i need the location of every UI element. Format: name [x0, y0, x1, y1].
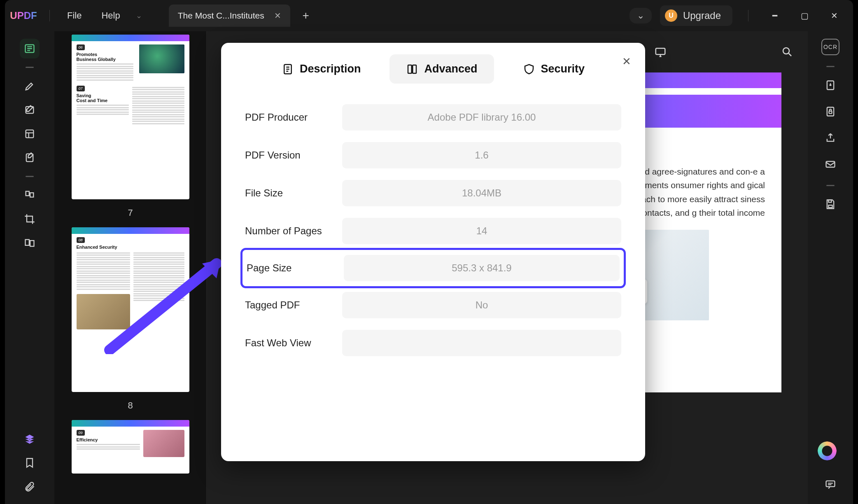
section-title: Saving Cost and Time [77, 93, 129, 103]
section-badge: 09 [77, 430, 85, 436]
prop-label: Number of Pages [245, 225, 331, 237]
search-icon[interactable] [778, 43, 796, 61]
window-maximize-button[interactable]: ▢ [794, 7, 815, 24]
row-number-of-pages: Number of Pages 14 [242, 212, 624, 250]
tool-bookmarks[interactable] [20, 453, 40, 473]
thumbnail-panel[interactable]: 06 Promotes Business Globally 07 Saving … [54, 31, 207, 504]
svg-rect-5 [30, 193, 33, 197]
separator [26, 67, 34, 68]
ocr-button[interactable]: OCR [821, 39, 839, 55]
avatar: U [665, 9, 677, 22]
tool-edit-text[interactable] [20, 100, 40, 120]
properties-list: PDF Producer Adobe PDF library 16.00 PDF… [233, 98, 633, 362]
app-window: UPDF File Help ⌄ The Most C...Institutes… [5, 0, 853, 504]
section-badge: 08 [77, 237, 85, 243]
tool-reader[interactable] [20, 39, 40, 58]
section-badge: 07 [77, 86, 85, 91]
prop-label: Tagged PDF [245, 299, 331, 311]
row-page-size: Page Size 595.3 x 841.9 [242, 250, 624, 286]
row-pdf-version: PDF Version 1.6 [242, 136, 624, 174]
tool-highlighter[interactable] [20, 76, 40, 96]
left-tool-rail [5, 31, 54, 504]
prop-label: File Size [245, 187, 331, 199]
tab-strip: The Most C...Institutes ✕ + [169, 5, 313, 27]
titlebar-right: ⌄ U Upgrade ━ ▢ ✕ [630, 5, 849, 26]
prop-label: Page Size [247, 262, 333, 274]
svg-point-9 [783, 48, 789, 54]
page-thumbnail-7[interactable]: 06 Promotes Business Globally 07 Saving … [72, 35, 189, 199]
page-thumbnail-9[interactable]: 09 Efficiency [72, 420, 189, 474]
prop-value: 14 [342, 218, 621, 244]
window-minimize-button[interactable]: ━ [764, 7, 786, 24]
upgrade-button[interactable]: U Upgrade [660, 5, 732, 26]
tab-security[interactable]: Security [506, 54, 602, 84]
thumbnail-graphic [77, 294, 130, 329]
tab-advanced-label: Advanced [424, 63, 477, 75]
tool-page-layout[interactable] [20, 124, 40, 144]
thumbnail-graphic [143, 430, 184, 457]
svg-rect-8 [656, 48, 665, 54]
prop-value: 18.04MB [342, 180, 621, 206]
tool-organize-pages[interactable] [20, 185, 40, 205]
svg-rect-2 [26, 130, 34, 138]
separator [26, 176, 34, 177]
protect-icon[interactable] [821, 102, 840, 121]
svg-rect-12 [829, 111, 832, 114]
prop-value [342, 330, 621, 356]
prop-label: PDF Version [245, 149, 331, 161]
row-pdf-producer: PDF Producer Adobe PDF library 16.00 [242, 98, 624, 136]
new-tab-button[interactable]: + [298, 9, 313, 22]
svg-rect-14 [828, 205, 832, 208]
prop-label: Fast Web View [245, 337, 331, 349]
row-tagged-pdf: Tagged PDF No [242, 286, 624, 324]
row-fast-web-view: Fast Web View [242, 324, 624, 362]
tab-security-label: Security [541, 63, 585, 75]
share-icon[interactable] [821, 128, 840, 148]
thumbnail-graphic [139, 44, 184, 73]
svg-rect-19 [413, 65, 417, 73]
page-number: 8 [64, 400, 196, 411]
menu-help[interactable]: Help [91, 10, 130, 21]
prop-value: No [342, 292, 621, 318]
separator [826, 185, 835, 186]
tabs-dropdown-button[interactable]: ⌄ [630, 8, 652, 23]
close-icon[interactable]: ✕ [274, 11, 281, 21]
email-icon[interactable] [821, 154, 840, 174]
presentation-icon[interactable] [651, 43, 669, 61]
svg-rect-16 [826, 481, 835, 487]
tool-layers[interactable] [20, 429, 40, 449]
svg-rect-7 [30, 240, 34, 246]
prop-value: 1.6 [342, 142, 621, 168]
export-icon[interactable] [821, 75, 840, 95]
document-tab[interactable]: The Most C...Institutes ✕ [169, 5, 290, 27]
prop-value: Adobe PDF library 16.00 [342, 104, 621, 131]
tool-compare[interactable] [20, 233, 40, 253]
prop-value: 595.3 x 841.9 [344, 255, 620, 281]
app-logo[interactable]: UPDF [5, 10, 42, 21]
tool-form[interactable] [20, 148, 40, 168]
close-icon[interactable]: ✕ [619, 54, 634, 69]
page-thumbnail-8[interactable]: 08 Enhanced Security [72, 227, 189, 392]
prop-label: PDF Producer [245, 112, 331, 123]
window-close-button[interactable]: ✕ [823, 7, 845, 24]
menu-file[interactable]: File [57, 10, 91, 21]
svg-rect-4 [26, 191, 29, 196]
menu-chevron-icon[interactable]: ⌄ [136, 11, 144, 20]
comments-icon[interactable] [821, 474, 840, 494]
tab-description[interactable]: Description [265, 54, 378, 84]
document-properties-modal: ✕ Description Advanced Security PDF Prod… [221, 43, 645, 461]
title-bar: UPDF File Help ⌄ The Most C...Institutes… [5, 0, 853, 31]
divider [49, 10, 50, 21]
tool-crop[interactable] [20, 209, 40, 229]
tool-attachments[interactable] [20, 477, 40, 497]
row-file-size: File Size 18.04MB [242, 174, 624, 212]
svg-rect-6 [26, 240, 29, 245]
brand-logo-icon[interactable] [818, 441, 837, 460]
tab-advanced[interactable]: Advanced [389, 54, 494, 84]
section-title: Efficiency [77, 437, 140, 442]
divider [748, 10, 748, 21]
tab-description-label: Description [300, 63, 361, 75]
tab-title: The Most C...Institutes [178, 11, 264, 21]
save-icon[interactable] [821, 194, 840, 214]
separator [826, 66, 835, 67]
